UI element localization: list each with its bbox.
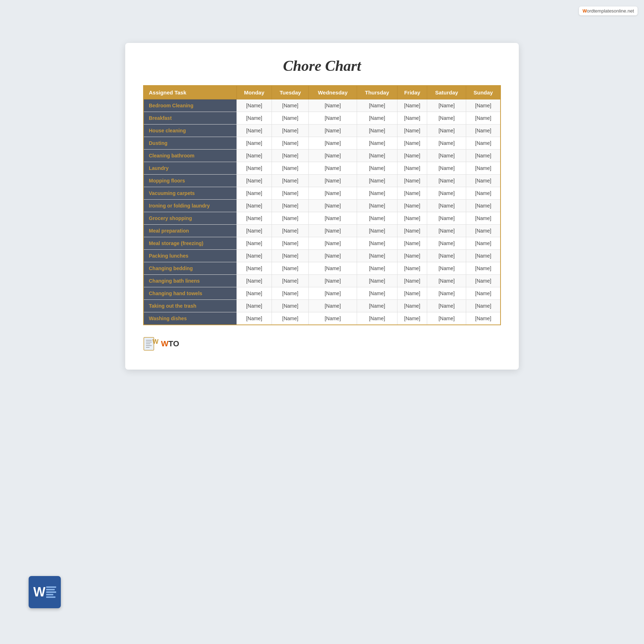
- cell-r11-c0: [Name]: [236, 237, 272, 250]
- table-row: Laundry[Name][Name][Name][Name][Name][Na…: [143, 162, 501, 175]
- cell-r9-c2: [Name]: [309, 212, 357, 225]
- cell-r6-c3: [Name]: [357, 175, 397, 187]
- task-label-1: Breakfast: [143, 112, 236, 125]
- task-label-0: Bedroom Cleaning: [143, 99, 236, 112]
- cell-r5-c3: [Name]: [357, 162, 397, 175]
- cell-r12-c4: [Name]: [397, 250, 427, 262]
- cell-r8-c6: [Name]: [466, 200, 501, 212]
- cell-r8-c2: [Name]: [309, 200, 357, 212]
- task-label-10: Meal preparation: [143, 225, 236, 237]
- cell-r10-c4: [Name]: [397, 225, 427, 237]
- cell-r16-c4: [Name]: [397, 300, 427, 312]
- cell-r6-c0: [Name]: [236, 175, 272, 187]
- table-body: Bedroom Cleaning[Name][Name][Name][Name]…: [143, 99, 501, 325]
- chore-table: Assigned TaskMondayTuesdayWednesdayThurs…: [143, 85, 501, 325]
- cell-r10-c1: [Name]: [272, 225, 309, 237]
- col-header-tuesday: Tuesday: [272, 86, 309, 99]
- cell-r3-c6: [Name]: [466, 137, 501, 150]
- cell-r8-c0: [Name]: [236, 200, 272, 212]
- cell-r5-c4: [Name]: [397, 162, 427, 175]
- cell-r4-c6: [Name]: [466, 150, 501, 162]
- word-icon-lines: [46, 586, 56, 598]
- cell-r14-c1: [Name]: [272, 275, 309, 287]
- task-label-6: Mopping floors: [143, 175, 236, 187]
- task-label-9: Grocery shopping: [143, 212, 236, 225]
- cell-r3-c3: [Name]: [357, 137, 397, 150]
- cell-r9-c4: [Name]: [397, 212, 427, 225]
- cell-r16-c3: [Name]: [357, 300, 397, 312]
- cell-r3-c4: [Name]: [397, 137, 427, 150]
- cell-r2-c6: [Name]: [466, 125, 501, 137]
- cell-r12-c5: [Name]: [427, 250, 466, 262]
- cell-r15-c6: [Name]: [466, 287, 501, 300]
- cell-r15-c5: [Name]: [427, 287, 466, 300]
- cell-r14-c2: [Name]: [309, 275, 357, 287]
- task-label-11: Meal storage (freezing): [143, 237, 236, 250]
- table-row: Washing dishes[Name][Name][Name][Name][N…: [143, 312, 501, 325]
- watermark-w: W: [582, 8, 587, 14]
- col-header-wednesday: Wednesday: [309, 86, 357, 99]
- cell-r3-c1: [Name]: [272, 137, 309, 150]
- task-label-7: Vacuuming carpets: [143, 187, 236, 200]
- cell-r7-c2: [Name]: [309, 187, 357, 200]
- cell-r0-c1: [Name]: [272, 99, 309, 112]
- task-label-2: House cleaning: [143, 125, 236, 137]
- cell-r7-c1: [Name]: [272, 187, 309, 200]
- table-row: Grocery shopping[Name][Name][Name][Name]…: [143, 212, 501, 225]
- logo-text: WTO: [161, 339, 179, 348]
- cell-r2-c5: [Name]: [427, 125, 466, 137]
- cell-r15-c2: [Name]: [309, 287, 357, 300]
- cell-r0-c4: [Name]: [397, 99, 427, 112]
- cell-r7-c3: [Name]: [357, 187, 397, 200]
- task-label-3: Dusting: [143, 137, 236, 150]
- cell-r15-c0: [Name]: [236, 287, 272, 300]
- cell-r6-c1: [Name]: [272, 175, 309, 187]
- cell-r8-c4: [Name]: [397, 200, 427, 212]
- cell-r1-c1: [Name]: [272, 112, 309, 125]
- table-row: Bedroom Cleaning[Name][Name][Name][Name]…: [143, 99, 501, 112]
- table-row: Taking out the trash[Name][Name][Name][N…: [143, 300, 501, 312]
- table-row: Meal storage (freezing)[Name][Name][Name…: [143, 237, 501, 250]
- cell-r9-c3: [Name]: [357, 212, 397, 225]
- task-label-5: Laundry: [143, 162, 236, 175]
- cell-r2-c0: [Name]: [236, 125, 272, 137]
- task-label-12: Packing lunches: [143, 250, 236, 262]
- cell-r17-c2: [Name]: [309, 312, 357, 325]
- cell-r13-c6: [Name]: [466, 262, 501, 275]
- cell-r5-c5: [Name]: [427, 162, 466, 175]
- svg-text:W: W: [152, 338, 158, 345]
- table-header-row: Assigned TaskMondayTuesdayWednesdayThurs…: [143, 86, 501, 99]
- cell-r1-c4: [Name]: [397, 112, 427, 125]
- cell-r13-c1: [Name]: [272, 262, 309, 275]
- cell-r1-c5: [Name]: [427, 112, 466, 125]
- wto-logo-icon: W: [143, 336, 159, 352]
- cell-r9-c0: [Name]: [236, 212, 272, 225]
- cell-r10-c6: [Name]: [466, 225, 501, 237]
- cell-r6-c2: [Name]: [309, 175, 357, 187]
- table-row: Mopping floors[Name][Name][Name][Name][N…: [143, 175, 501, 187]
- task-label-17: Washing dishes: [143, 312, 236, 325]
- cell-r12-c6: [Name]: [466, 250, 501, 262]
- cell-r3-c2: [Name]: [309, 137, 357, 150]
- cell-r2-c3: [Name]: [357, 125, 397, 137]
- cell-r3-c0: [Name]: [236, 137, 272, 150]
- cell-r1-c2: [Name]: [309, 112, 357, 125]
- cell-r15-c1: [Name]: [272, 287, 309, 300]
- cell-r0-c3: [Name]: [357, 99, 397, 112]
- cell-r1-c0: [Name]: [236, 112, 272, 125]
- table-row: Cleaning bathroom[Name][Name][Name][Name…: [143, 150, 501, 162]
- cell-r15-c3: [Name]: [357, 287, 397, 300]
- cell-r6-c5: [Name]: [427, 175, 466, 187]
- logo-area: W WTO: [143, 336, 501, 352]
- cell-r4-c5: [Name]: [427, 150, 466, 162]
- task-label-16: Taking out the trash: [143, 300, 236, 312]
- cell-r9-c6: [Name]: [466, 212, 501, 225]
- col-header-saturday: Saturday: [427, 86, 466, 99]
- cell-r16-c2: [Name]: [309, 300, 357, 312]
- table-row: Changing hand towels[Name][Name][Name][N…: [143, 287, 501, 300]
- cell-r7-c4: [Name]: [397, 187, 427, 200]
- cell-r13-c0: [Name]: [236, 262, 272, 275]
- cell-r15-c4: [Name]: [397, 287, 427, 300]
- cell-r17-c0: [Name]: [236, 312, 272, 325]
- cell-r5-c0: [Name]: [236, 162, 272, 175]
